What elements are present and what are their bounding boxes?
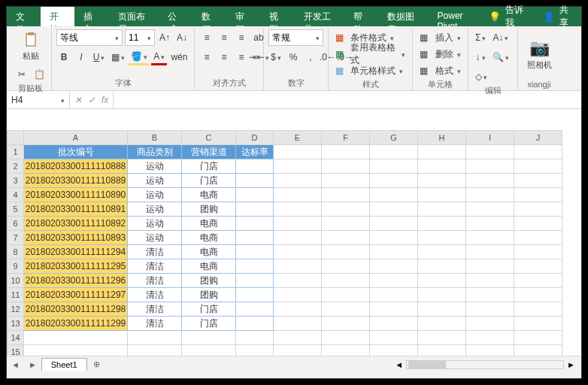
sheet-tab-sheet1[interactable]: Sheet1 (41, 358, 87, 371)
col-header-G[interactable]: G (370, 131, 418, 145)
sheet-nav-prev-icon[interactable]: ◄ (7, 360, 24, 369)
col-header-I[interactable]: I (466, 131, 514, 145)
cell[interactable] (274, 331, 322, 345)
insert-cells-button[interactable]: ▦ 插入 (417, 29, 463, 46)
cell[interactable] (24, 345, 128, 356)
cell[interactable] (418, 331, 466, 345)
align-middle-icon[interactable]: ≡ (217, 29, 232, 46)
row-header-13[interactable]: 13 (8, 317, 24, 331)
cell[interactable] (274, 245, 322, 259)
cell[interactable] (514, 202, 562, 217)
add-sheet-icon[interactable]: ⊕ (87, 359, 106, 369)
fx-icon[interactable]: fx (102, 95, 108, 105)
cell[interactable] (128, 345, 182, 356)
cell-category[interactable]: 清洁 (128, 302, 182, 317)
row-header-3[interactable]: 3 (8, 174, 24, 188)
copy-icon[interactable]: 📋 (32, 66, 47, 83)
cell[interactable] (236, 331, 274, 345)
cell[interactable] (274, 302, 322, 317)
row-header-2[interactable]: 2 (8, 159, 24, 174)
cell-rate[interactable] (236, 274, 274, 288)
font-color-button[interactable]: A (151, 49, 166, 65)
cell[interactable] (322, 188, 370, 202)
cell[interactable] (322, 145, 370, 159)
cell[interactable] (370, 217, 418, 231)
cell[interactable] (322, 288, 370, 302)
cell[interactable] (236, 345, 274, 356)
cell-batch[interactable]: 20180203300111111295 (24, 259, 128, 274)
cell[interactable] (322, 217, 370, 231)
border-button[interactable]: ▦ (109, 49, 126, 65)
cell[interactable] (514, 345, 562, 356)
cell[interactable] (322, 302, 370, 317)
cell[interactable] (466, 159, 514, 174)
cell[interactable] (322, 231, 370, 245)
cell[interactable] (514, 231, 562, 245)
cell-category[interactable]: 运动 (128, 231, 182, 245)
lightbulb-icon[interactable]: 💡 (489, 11, 501, 23)
cell[interactable] (322, 274, 370, 288)
scroll-right-icon[interactable]: ► (567, 360, 575, 369)
cancel-formula-icon[interactable]: ✕ (74, 95, 82, 105)
cell-channel[interactable]: 门店 (182, 317, 236, 331)
align-left-icon[interactable]: ≡ (199, 49, 214, 65)
comma-icon[interactable]: , (303, 49, 318, 65)
tab-datachart[interactable]: 数据图表 (378, 7, 428, 26)
cell[interactable] (514, 331, 562, 345)
cell[interactable] (418, 159, 466, 174)
cell[interactable] (322, 174, 370, 188)
align-right-icon[interactable]: ≡ (234, 49, 249, 65)
cell-category[interactable]: 清洁 (128, 245, 182, 259)
col-header-D[interactable]: D (236, 131, 274, 145)
cell[interactable] (418, 188, 466, 202)
cell[interactable] (466, 259, 514, 274)
cell-category[interactable]: 运动 (128, 202, 182, 217)
cell[interactable] (466, 217, 514, 231)
align-bottom-icon[interactable]: ≡ (234, 29, 249, 46)
row-header-15[interactable]: 15 (8, 345, 24, 356)
cell[interactable] (370, 274, 418, 288)
number-format-combo[interactable]: 常规 (268, 29, 323, 46)
row-header-1[interactable]: 1 (8, 145, 24, 159)
cell[interactable] (514, 288, 562, 302)
cell[interactable] (24, 331, 128, 345)
cell[interactable] (182, 345, 236, 356)
cell[interactable] (514, 302, 562, 317)
cell[interactable] (466, 245, 514, 259)
cell-batch[interactable]: 20180203300111110892 (24, 217, 128, 231)
align-center-icon[interactable]: ≡ (217, 49, 232, 65)
cell[interactable] (418, 345, 466, 356)
format-cells-button[interactable]: ▦ 格式 (417, 62, 463, 79)
share-button[interactable]: 共享 (559, 4, 574, 29)
cell-rate[interactable] (236, 245, 274, 259)
cell[interactable] (418, 231, 466, 245)
cell[interactable] (370, 302, 418, 317)
cell[interactable] (370, 317, 418, 331)
cell-style-button[interactable]: ▦ 单元格样式 (333, 62, 408, 79)
cell[interactable] (274, 217, 322, 231)
cell[interactable] (466, 174, 514, 188)
cell[interactable] (514, 259, 562, 274)
cell-category[interactable]: 清洁 (128, 274, 182, 288)
cell[interactable] (370, 345, 418, 356)
cell-channel[interactable]: 电商 (182, 231, 236, 245)
cell-rate[interactable] (236, 231, 274, 245)
font-size-combo[interactable]: 11 (125, 29, 155, 46)
horizontal-scrollbar[interactable] (406, 360, 564, 369)
cut-icon[interactable]: ✂ (14, 66, 29, 83)
cell-channel[interactable]: 门店 (182, 174, 236, 188)
cell-batch[interactable]: 20180203300111111299 (24, 317, 128, 331)
cell-rate[interactable] (236, 288, 274, 302)
percent-icon[interactable]: % (286, 49, 301, 65)
decrease-font-icon[interactable]: A↓ (174, 29, 189, 46)
cell[interactable] (466, 302, 514, 317)
fill-icon[interactable]: ↓ (473, 49, 488, 65)
paste-button[interactable]: 粘贴 (19, 29, 43, 63)
row-header-7[interactable]: 7 (8, 231, 24, 245)
tab-home[interactable]: 开始 (41, 7, 74, 26)
cell-batch[interactable]: 20180203300111111298 (24, 302, 128, 317)
cell[interactable] (322, 331, 370, 345)
cell[interactable] (274, 174, 322, 188)
col-header-A[interactable]: A (24, 131, 128, 145)
scroll-left-icon[interactable]: ◄ (395, 360, 403, 369)
